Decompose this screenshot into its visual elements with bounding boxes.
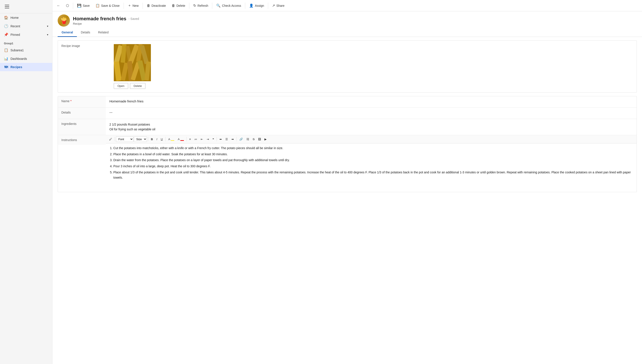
refresh-button[interactable]: ↻ Refresh [191, 2, 211, 9]
sidebar: 🏠 Home 🕐 Recent ▾ 📌 Pinned ▾ Group1 📋 Su… [0, 0, 52, 364]
bold-button[interactable]: B [149, 137, 154, 142]
image-buttons: Open Delete [114, 83, 151, 89]
assign-label: Assign [255, 4, 264, 8]
fry-svg [114, 44, 151, 81]
recent-icon: 🕐 [4, 24, 8, 28]
toolbar-separator-7 [268, 2, 268, 9]
strikethrough-button[interactable]: S [251, 137, 256, 142]
assign-button[interactable]: 👤 Assign [246, 2, 267, 9]
outdent-button[interactable]: ⇤ [199, 137, 204, 142]
underline-button[interactable]: U [159, 137, 164, 142]
link-button[interactable]: 🔗 [238, 137, 244, 142]
size-select[interactable]: Size [134, 136, 147, 142]
align-right-icon: ➡ [232, 138, 234, 141]
main-content: ← ⬡ 💾 Save 📋 Save & Close ＋ New 🗑 Deacti… [52, 0, 642, 364]
more-options-icon: ▶ [264, 138, 267, 141]
required-star: * [70, 99, 72, 103]
deactivate-icon: 🗑 [147, 4, 150, 8]
highlight-icon: A [168, 138, 170, 141]
check-access-icon: 🔍 [216, 4, 220, 8]
open-image-button[interactable]: Open [114, 83, 128, 89]
save-button[interactable]: 💾 Save [74, 2, 92, 9]
subarea-icon: 📋 [4, 48, 8, 52]
sidebar-item-subarea1[interactable]: 📋 Subarea1 [0, 46, 52, 54]
sidebar-home-label: Home [10, 16, 18, 20]
recipes-icon: 🍽 [4, 65, 8, 69]
align-right-button[interactable]: ➡ [230, 137, 236, 142]
toolbar-separator-3 [142, 2, 143, 9]
delete-button[interactable]: 🗑 Delete [169, 2, 188, 9]
open-in-new-button[interactable]: ⬡ [63, 2, 72, 9]
refresh-icon: ↻ [193, 4, 196, 8]
numbered-list-button[interactable]: ≔ [193, 137, 199, 142]
blockquote-button[interactable]: ❝ [211, 137, 216, 142]
align-center-button[interactable]: ☰ [224, 137, 230, 142]
save-close-button[interactable]: 📋 Save & Close [93, 2, 122, 9]
refresh-label: Refresh [198, 4, 208, 8]
unlink-icon: ⛓ [246, 138, 249, 141]
instruction-item-2: Place the potatoes in a bowl of cold wat… [113, 152, 634, 157]
toolbar-separator [73, 2, 73, 9]
sidebar-dashboards-label: Dashboards [10, 57, 27, 60]
sidebar-item-dashboards[interactable]: 📊 Dashboards [0, 54, 52, 63]
check-access-button[interactable]: 🔍 Check Access [214, 2, 244, 9]
sidebar-recipes-label: Recipes [10, 65, 22, 69]
form-row-name: Name * Homemade french fries [58, 96, 636, 108]
italic-button[interactable]: I [155, 137, 159, 142]
toolbar-sep-6 [236, 137, 237, 141]
unlink-button[interactable]: ⛓ [245, 137, 251, 142]
instruction-item-1: Cut the potatoes into matchsticks, eithe… [113, 146, 634, 151]
record-name: Homemade french fries [73, 16, 126, 22]
sidebar-item-pinned[interactable]: 📌 Pinned ▾ [0, 30, 52, 39]
form-row-instructions: Instructions 🖊 Font Size [58, 135, 636, 192]
more-options-button[interactable]: ▶ [263, 137, 268, 142]
blockquote-icon: ❝ [212, 138, 214, 141]
highlight-button[interactable]: A [166, 137, 176, 142]
clear-formatting-button[interactable]: 🖊 [108, 137, 114, 142]
name-value: Homemade french fries [106, 96, 636, 108]
tab-details[interactable]: Details [77, 28, 94, 37]
back-button[interactable]: ← [54, 2, 63, 9]
new-button[interactable]: ＋ New [125, 2, 141, 9]
form-section: Name * Homemade french fries Details ---… [58, 96, 637, 192]
recipe-image [114, 44, 151, 81]
insert-image-button[interactable]: 🖼 [256, 137, 262, 142]
sidebar-item-recipes[interactable]: 🍽 Recipes [0, 63, 52, 71]
tab-general[interactable]: General [58, 28, 77, 37]
indent-button[interactable]: ⇥ [205, 137, 210, 142]
instructions-label: Instructions [58, 135, 106, 145]
tab-related[interactable]: Related [94, 28, 112, 37]
rich-text-toolbar: 🖊 Font Size B I U [106, 135, 636, 144]
share-label: Share [276, 4, 284, 8]
instruction-item-5: Place about 1/3 of the potatoes in the p… [113, 170, 634, 180]
instructions-header-row: Instructions 🖊 Font Size [58, 135, 636, 184]
ingredients-value: 2 1/2 pounds Russet potatoes Oil for fry… [106, 119, 636, 135]
toolbar-sep-5 [216, 137, 217, 141]
instructions-content[interactable]: Cut the potatoes into matchsticks, eithe… [106, 144, 636, 184]
sidebar-item-home[interactable]: 🏠 Home [0, 13, 52, 22]
name-text: Homemade french fries [110, 99, 144, 103]
share-button[interactable]: ↗ Share [270, 2, 287, 9]
deactivate-button[interactable]: 🗑 Deactivate [144, 2, 168, 9]
font-select[interactable]: Font [116, 136, 134, 142]
record-title: Homemade french fries - Saved [73, 16, 139, 22]
sidebar-recent-label: Recent [10, 24, 20, 28]
toolbar: ← ⬡ 💾 Save 📋 Save & Close ＋ New 🗑 Deacti… [52, 0, 642, 11]
sidebar-item-recent[interactable]: 🕐 Recent ▾ [0, 22, 52, 30]
sidebar-top [0, 0, 52, 13]
tabs: General Details Related [52, 28, 642, 37]
new-label: New [132, 4, 139, 8]
form-content: Recipe image [52, 37, 642, 364]
toolbar-sep-2 [148, 137, 148, 141]
avatar: 🍟 [58, 14, 70, 27]
delete-image-button[interactable]: Delete [130, 83, 146, 89]
chevron-down-icon: ▾ [47, 33, 48, 36]
image-block: Open Delete [114, 44, 151, 89]
outdent-icon: ⇤ [201, 138, 203, 141]
hamburger-button[interactable] [4, 3, 10, 10]
font-color-button[interactable]: A [176, 137, 186, 142]
align-left-button[interactable]: ⬅ [218, 137, 224, 142]
record-type: Recipe [73, 22, 139, 25]
bullet-list-button[interactable]: ≡ [188, 137, 192, 142]
indent-icon: ⇥ [206, 138, 209, 141]
